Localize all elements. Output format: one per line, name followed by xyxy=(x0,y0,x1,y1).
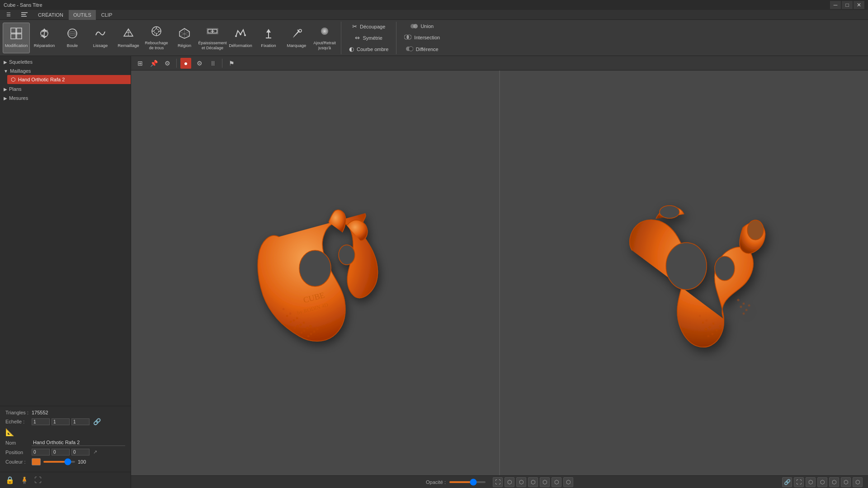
courbe-ombre-label: Courbe ombre xyxy=(357,47,388,52)
layer-icon-3[interactable]: ⬡ xyxy=(829,477,839,487)
intersection-tool[interactable]: Intersection xyxy=(399,32,445,43)
menu-outils[interactable]: OUTILS xyxy=(69,10,96,20)
decoupage-tool[interactable]: ✂ Découpage xyxy=(347,21,390,32)
settings-view-btn[interactable]: ⚙ xyxy=(162,58,173,69)
echelle-x-input[interactable] xyxy=(32,418,50,425)
fixation-tool[interactable]: Fixation xyxy=(255,23,282,53)
courbe-ombre-tool[interactable]: ◐ Courbe ombre xyxy=(344,44,393,54)
pin-view-btn[interactable]: 📌 xyxy=(148,58,159,69)
ajout-retrait-label: Ajout/Retrait jusqu'à xyxy=(312,41,337,51)
view-icon-4[interactable]: ⬡ xyxy=(540,477,550,487)
marquage-tool[interactable]: Marquage xyxy=(283,23,310,53)
rebouchage-tool[interactable]: Rebouchage de trous xyxy=(143,23,170,53)
maillages-header[interactable]: ▼ Maillages xyxy=(0,67,131,75)
lock-icon[interactable]: 🔗 xyxy=(93,418,101,425)
sidebar-bottom-icons: 🔒 🧍 ⛶ xyxy=(0,472,131,488)
pos-z-input[interactable] xyxy=(71,449,90,455)
cog-view-btn[interactable]: ⚙ xyxy=(194,58,205,69)
menu-hamburger[interactable]: ☰ xyxy=(2,10,15,20)
maximize-button[interactable]: □ xyxy=(842,1,853,9)
frame-icon[interactable]: ⛶ xyxy=(794,477,804,487)
menu-clip[interactable]: CLIP xyxy=(97,10,117,20)
layer-icon-4[interactable]: ⬡ xyxy=(841,477,851,487)
viewport-left[interactable]: CUBE by RODIN 4D xyxy=(131,70,500,475)
svg-text:CUBE: CUBE xyxy=(302,291,326,305)
hand-orthotic-item[interactable]: ⬡ Hand Orthotic Rafa 2 xyxy=(7,75,131,84)
menu-creation[interactable]: CRÉATION xyxy=(33,10,68,20)
view-icon-2[interactable]: ⬡ xyxy=(516,477,526,487)
expand-bottom-icon[interactable]: ⛶ xyxy=(34,476,42,484)
intersection-label: Intersection xyxy=(414,35,440,40)
svg-point-65 xyxy=(660,206,679,218)
view-icon-1[interactable]: ⬡ xyxy=(505,477,514,487)
union-tool[interactable]: Union xyxy=(406,21,439,31)
modification-tool[interactable]: Modification xyxy=(3,23,30,53)
scale-icon[interactable]: 📐 xyxy=(5,428,14,436)
svg-rect-4 xyxy=(17,28,22,33)
maillages-group: ▼ Maillages ⬡ Hand Orthotic Rafa 2 xyxy=(0,67,131,84)
svg-point-49 xyxy=(316,328,319,330)
pos-y-input[interactable] xyxy=(52,449,70,455)
sphere-view-btn[interactable]: ● xyxy=(180,58,191,69)
viewport-right[interactable] xyxy=(500,70,868,475)
difference-tool[interactable]: Différence xyxy=(401,44,443,55)
triangles-value: 175552 xyxy=(32,410,48,415)
couleur-row: Couleur : 100 xyxy=(5,458,125,465)
decoupage-icon: ✂ xyxy=(352,23,357,30)
svg-point-75 xyxy=(705,328,707,331)
person-bottom-icon[interactable]: 🧍 xyxy=(20,476,29,484)
view-icon-3[interactable]: ⬡ xyxy=(528,477,538,487)
echelle-z-input[interactable] xyxy=(71,418,90,425)
lock-bottom-icon[interactable]: 🔒 xyxy=(5,476,14,484)
svg-point-80 xyxy=(748,305,750,307)
svg-point-59 xyxy=(294,327,296,329)
fullscreen-icon[interactable]: ⛶ xyxy=(493,477,503,487)
modification-icon xyxy=(10,27,23,41)
region-tool[interactable]: Région xyxy=(171,23,198,53)
decoupage-label: Découpage xyxy=(360,24,385,29)
link-icon[interactable]: 🔗 xyxy=(782,477,792,487)
squelettes-chevron: ▶ xyxy=(4,60,7,65)
svg-point-69 xyxy=(706,319,708,322)
view-icon-6[interactable]: ⬡ xyxy=(563,477,573,487)
svg-rect-3 xyxy=(11,28,16,33)
flag-view-btn[interactable]: ⚑ xyxy=(226,58,237,69)
deformation-icon xyxy=(234,27,247,41)
color-slider[interactable] xyxy=(43,461,75,463)
lissage-tool[interactable]: Lissage xyxy=(87,23,114,53)
svg-point-50 xyxy=(286,315,288,317)
epaississement-tool[interactable]: Épaississement et Décalage xyxy=(199,23,226,53)
boule-tool[interactable]: Boule xyxy=(59,23,86,53)
dots-view-btn[interactable]: ⁞⁞ xyxy=(208,58,218,69)
opacity-slider[interactable] xyxy=(449,481,486,483)
ajout-retrait-tool[interactable]: Ajout/Retrait jusqu'à xyxy=(311,23,338,53)
color-swatch[interactable] xyxy=(32,458,41,465)
pos-x-input[interactable] xyxy=(32,449,50,455)
mesures-group: ▶ Mesures xyxy=(0,94,131,102)
marquage-label: Marquage xyxy=(287,43,307,48)
item-accent xyxy=(129,75,131,84)
difference-label: Différence xyxy=(416,47,439,52)
plans-header[interactable]: ▶ Plans xyxy=(0,85,131,93)
squelettes-header[interactable]: ▶ Squelettes xyxy=(0,58,131,66)
ajout-retrait-icon xyxy=(318,25,331,39)
view-icon-5[interactable]: ⬡ xyxy=(552,477,561,487)
position-label: Position xyxy=(5,450,32,455)
close-button[interactable]: ✕ xyxy=(854,1,864,9)
layer-icon-1[interactable]: ⬡ xyxy=(806,477,816,487)
grid-view-btn[interactable]: ⊞ xyxy=(135,58,146,69)
layer-icon-5[interactable]: ⬡ xyxy=(853,477,863,487)
menu-file-icon[interactable] xyxy=(16,10,33,20)
mesures-header[interactable]: ▶ Mesures xyxy=(0,94,131,102)
symetrie-tool[interactable]: ⇔ Symétrie xyxy=(350,33,387,43)
remaillage-tool[interactable]: Remaillage xyxy=(115,23,142,53)
nom-input[interactable] xyxy=(32,439,125,446)
echelle-y-input[interactable] xyxy=(52,418,70,425)
minimize-button[interactable]: ─ xyxy=(830,1,841,9)
position-icon[interactable]: ↗ xyxy=(93,449,97,455)
scale-icon-row: 📐 xyxy=(5,428,125,436)
svg-point-57 xyxy=(303,330,306,332)
deformation-tool[interactable]: Déformation xyxy=(227,23,254,53)
layer-icon-2[interactable]: ⬡ xyxy=(817,477,827,487)
reparation-tool[interactable]: Réparation xyxy=(31,23,58,53)
